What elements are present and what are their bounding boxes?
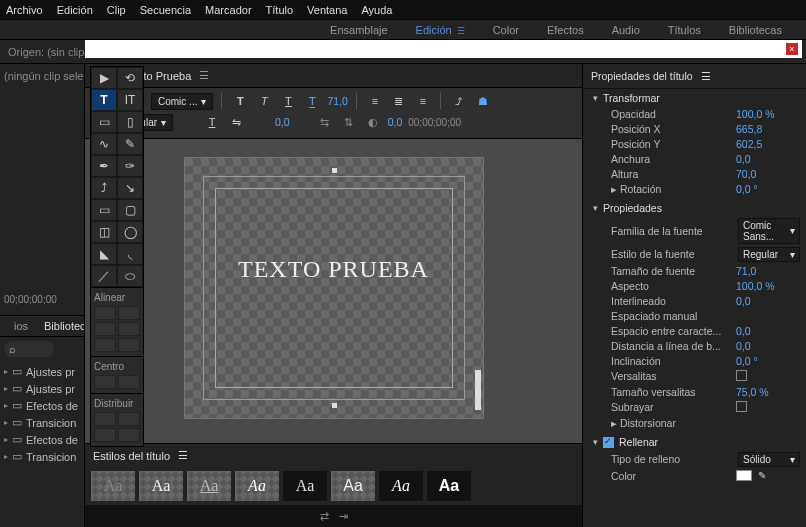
delete-anchor-tool[interactable]: ✑ — [117, 155, 143, 177]
workspace-audio[interactable]: Audio — [612, 24, 640, 36]
style-swatch[interactable]: Aa — [187, 471, 231, 501]
menu-titulo[interactable]: Título — [266, 4, 294, 16]
tracking-icon[interactable]: ⇆ — [316, 113, 334, 131]
prop-underline-checkbox[interactable] — [736, 401, 747, 412]
kerning-value[interactable]: 0,0 — [275, 116, 290, 128]
prop-baseline-value[interactable]: 0,0 — [736, 340, 800, 352]
rotation-tool[interactable]: ⟲ — [117, 67, 143, 89]
align-btn[interactable] — [94, 338, 116, 352]
align-btn[interactable] — [94, 306, 116, 320]
round-tool[interactable]: ⬭ — [117, 265, 143, 287]
insert-icon[interactable]: ⇥ — [339, 510, 348, 523]
prop-height-value[interactable]: 70,0 — [736, 168, 800, 180]
prop-rotation-value[interactable]: 0,0 ° — [736, 183, 800, 195]
sync-icon[interactable]: ⇄ — [320, 510, 329, 523]
title-canvas[interactable]: TEXTO PRUEBA — [184, 157, 484, 419]
tree-item[interactable]: ▸▭Efectos de — [4, 431, 80, 448]
pen-tool[interactable]: ✎ — [117, 133, 143, 155]
vertical-type-tool[interactable]: IT — [117, 89, 143, 111]
style-swatch[interactable]: Aa — [283, 471, 327, 501]
leading-icon[interactable]: ⇅ — [340, 113, 358, 131]
font-family-select[interactable]: Comic ...▾ — [151, 93, 213, 110]
center-btn[interactable] — [118, 375, 140, 389]
distribute-btn[interactable] — [118, 412, 140, 426]
close-icon[interactable]: × — [786, 43, 798, 55]
menu-secuencia[interactable]: Secuencia — [140, 4, 191, 16]
style-swatch[interactable]: Aa — [331, 471, 375, 501]
panel-menu-icon[interactable]: ☰ — [199, 69, 209, 82]
text-size-icon[interactable]: T — [203, 113, 221, 131]
clipped-rect-tool[interactable]: ◫ — [91, 221, 117, 243]
underline-icon[interactable]: T — [279, 92, 297, 110]
line-tool[interactable]: ／ — [91, 265, 117, 287]
ellipse-tool[interactable]: ◯ — [117, 221, 143, 243]
style-swatch[interactable]: Aa — [427, 471, 471, 501]
type-tool[interactable]: T — [91, 89, 117, 111]
prop-tracking-value[interactable]: 0,0 — [736, 325, 800, 337]
section-fill[interactable]: ▾Rellenar — [593, 436, 806, 448]
tree-item[interactable]: ▸▭Efectos de — [4, 397, 80, 414]
panel-menu-icon[interactable]: ☰ — [701, 70, 711, 82]
align-left-icon[interactable]: ≡ — [366, 92, 384, 110]
menu-ventana[interactable]: Ventana — [307, 4, 347, 16]
rounded-rect-tool[interactable]: ▢ — [117, 199, 143, 221]
prop-fontstyle-select[interactable]: Regular▾ — [738, 247, 800, 262]
resize-handle[interactable] — [332, 403, 337, 408]
show-video-icon[interactable]: ☗ — [474, 92, 492, 110]
prop-posy-value[interactable]: 602,5 — [736, 138, 800, 150]
distribute-btn[interactable] — [118, 428, 140, 442]
tree-item[interactable]: ▸▭Transicion — [4, 414, 80, 431]
color-swatch[interactable] — [736, 470, 752, 481]
search-input[interactable]: ⌕ — [4, 341, 54, 357]
area-type-tool[interactable]: ▭ — [91, 111, 117, 133]
workspace-ensamblaje[interactable]: Ensamblaje — [330, 24, 387, 36]
style-swatch[interactable]: Aa — [139, 471, 183, 501]
menu-marcador[interactable]: Marcador — [205, 4, 251, 16]
style-swatch[interactable]: Aa — [379, 471, 423, 501]
wedge-tool[interactable]: ◣ — [91, 243, 117, 265]
panel-menu-icon[interactable]: ☰ — [178, 449, 188, 462]
vertical-area-type-tool[interactable]: ▯ — [117, 111, 143, 133]
workspace-color[interactable]: Color — [493, 24, 519, 36]
size-indicator-icon[interactable]: T̲ — [303, 92, 321, 110]
baseline-icon[interactable]: ◐ — [364, 113, 382, 131]
prop-smallcaps-checkbox[interactable] — [736, 370, 747, 381]
tab-ios[interactable]: ios — [0, 316, 42, 336]
align-center-icon[interactable]: ≣ — [390, 92, 408, 110]
distribute-btn[interactable] — [94, 412, 116, 426]
menu-ayuda[interactable]: Ayuda — [361, 4, 392, 16]
prop-fontsize-value[interactable]: 71,0 — [736, 265, 800, 277]
menu-clip[interactable]: Clip — [107, 4, 126, 16]
align-btn[interactable] — [94, 322, 116, 336]
bold-icon[interactable]: T — [231, 92, 249, 110]
add-anchor-tool[interactable]: ✒ — [91, 155, 117, 177]
path-type-tool[interactable]: ∿ — [91, 133, 117, 155]
resize-handle[interactable] — [332, 168, 337, 173]
prop-leading-value[interactable]: 0,0 — [736, 295, 800, 307]
prop-slant-value[interactable]: 0,0 ° — [736, 355, 800, 367]
title-text[interactable]: TEXTO PRUEBA — [185, 256, 483, 283]
prop-filltype-select[interactable]: Sólido▾ — [738, 452, 800, 467]
menu-edicion[interactable]: Edición — [57, 4, 93, 16]
fill-enable-checkbox[interactable] — [603, 437, 614, 448]
style-swatch[interactable]: Aa — [91, 471, 135, 501]
convert-anchor-tool[interactable]: ⤴ — [91, 177, 117, 199]
align-btn[interactable] — [118, 338, 140, 352]
font-size-value[interactable]: 71,0 — [327, 95, 347, 107]
prop-width-value[interactable]: 0,0 — [736, 153, 800, 165]
prop-opacity-value[interactable]: 100,0 % — [736, 108, 800, 120]
tree-item[interactable]: ▸▭Transicion — [4, 448, 80, 465]
tab-bibliotecas[interactable]: Bibliotec — [42, 316, 84, 336]
prop-posx-value[interactable]: 665,8 — [736, 123, 800, 135]
eyedropper-icon[interactable]: ✎ — [758, 470, 766, 481]
align-btn[interactable] — [118, 322, 140, 336]
anchor-tool[interactable]: ↘ — [117, 177, 143, 199]
center-btn[interactable] — [94, 375, 116, 389]
prop-fontfam-select[interactable]: Comic Sans...▾ — [738, 218, 800, 244]
selection-tool[interactable]: ▶ — [91, 67, 117, 89]
distribute-btn[interactable] — [94, 428, 116, 442]
workspace-efectos[interactable]: Efectos — [547, 24, 584, 36]
workspace-edicion[interactable]: Edición — [416, 24, 465, 36]
style-swatch[interactable]: Aa — [235, 471, 279, 501]
section-transform[interactable]: ▾Transformar — [593, 92, 806, 104]
